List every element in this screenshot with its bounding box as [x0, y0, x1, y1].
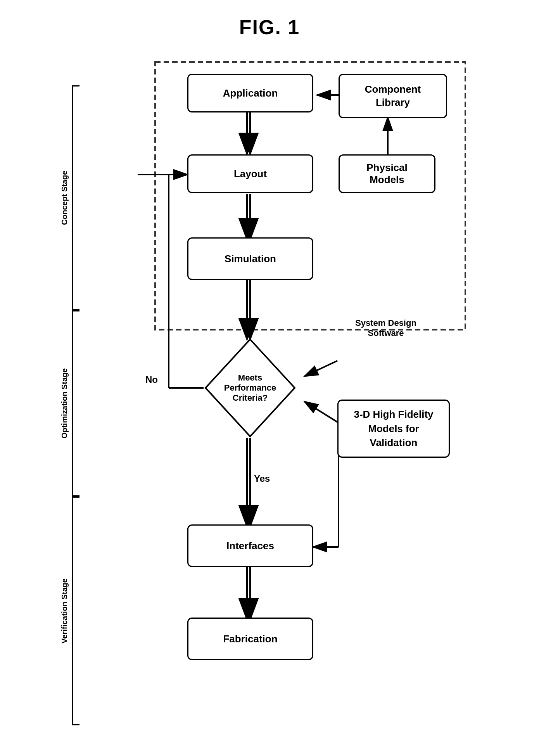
application-box: Application: [187, 74, 313, 112]
no-label: No: [145, 374, 158, 385]
optimization-stage-label: Optimization Stage: [60, 368, 69, 438]
verification-stage-bracket: Verification Stage: [60, 497, 91, 725]
yes-label: Yes: [254, 473, 270, 484]
svg-line-11: [304, 361, 337, 376]
interfaces-box: Interfaces: [187, 524, 313, 567]
fig-title: FIG. 1: [239, 16, 300, 39]
physical-models-box: Physical Models: [339, 154, 435, 193]
simulation-box: Simulation: [187, 237, 313, 280]
concept-stage-label: Concept Stage: [60, 171, 69, 225]
svg-line-12: [304, 401, 339, 423]
concept-stage-bracket: Concept Stage: [60, 85, 91, 310]
component-library-box: Component Library: [339, 74, 447, 118]
verification-stage-label: Verification Stage: [60, 578, 69, 644]
performance-criteria-diamond: MeetsPerformanceCriteria?: [204, 337, 297, 438]
optimization-stage-bracket: Optimization Stage: [60, 310, 91, 497]
system-design-software-label: System DesignSoftware: [339, 318, 432, 338]
3d-models-box: 3-D High Fidelity Models for Validation: [337, 400, 450, 458]
fabrication-box: Fabrication: [187, 618, 313, 660]
layout-box: Layout: [187, 154, 313, 193]
